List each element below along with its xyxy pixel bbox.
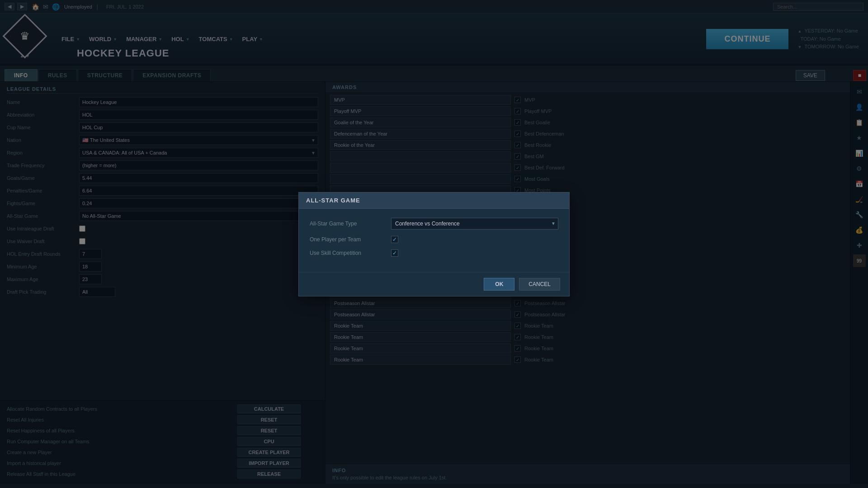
modal-allstar-type-label: All-Star Game Type bbox=[310, 221, 391, 227]
modal-allstar-type-select[interactable]: Conference vs Conference East vs West Sk… bbox=[391, 218, 558, 230]
modal-body: All-Star Game Type Conference vs Confere… bbox=[299, 209, 569, 272]
modal-cancel-button[interactable]: CANCEL bbox=[519, 278, 560, 291]
modal-allstar-type-select-wrapper: Conference vs Conference East vs West Sk… bbox=[391, 218, 558, 230]
modal-one-player-label: One Player per Team bbox=[310, 236, 391, 243]
modal-overlay: ALL-STAR GAME All-Star Game Type Confere… bbox=[0, 0, 868, 488]
modal-header: ALL-STAR GAME bbox=[299, 192, 569, 209]
modal-field-skill-competition: Use Skill Competition bbox=[310, 249, 558, 257]
modal-field-one-player: One Player per Team bbox=[310, 236, 558, 243]
modal-ok-button[interactable]: OK bbox=[484, 278, 514, 291]
modal-field-allstar-type: All-Star Game Type Conference vs Confere… bbox=[310, 218, 558, 230]
modal-one-player-checkbox[interactable] bbox=[391, 236, 398, 243]
modal-skill-competition-checkbox[interactable] bbox=[391, 249, 398, 257]
allstar-modal: ALL-STAR GAME All-Star Game Type Confere… bbox=[298, 192, 570, 296]
modal-footer: OK CANCEL bbox=[299, 272, 569, 296]
modal-skill-competition-label: Use Skill Competition bbox=[310, 250, 391, 256]
